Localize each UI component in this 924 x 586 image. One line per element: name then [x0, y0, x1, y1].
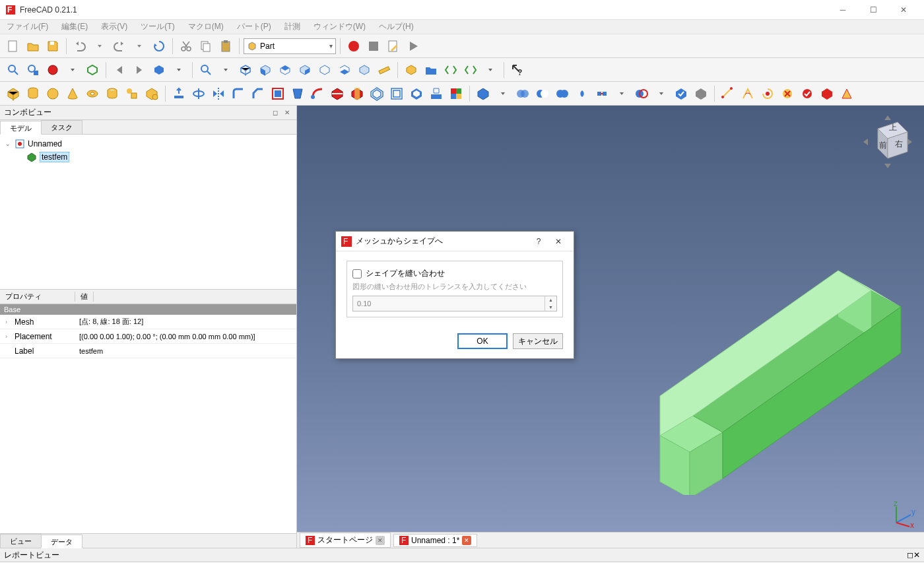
cut-bool-icon[interactable] — [533, 84, 552, 103]
measure-linear-icon[interactable] — [719, 84, 737, 103]
extrude-icon[interactable] — [170, 84, 188, 103]
defeaturing-icon[interactable] — [692, 84, 710, 103]
fuse-icon[interactable] — [553, 84, 572, 103]
redo-dropdown-icon[interactable] — [130, 37, 148, 55]
dialog-help-icon[interactable]: ? — [529, 232, 548, 251]
part-create-icon[interactable] — [402, 61, 420, 79]
cube-icon[interactable] — [4, 84, 22, 103]
projection-icon[interactable] — [427, 84, 446, 103]
minimize-button[interactable]: ─ — [828, 0, 858, 20]
thickness-icon[interactable] — [407, 84, 426, 103]
bounding-box-icon[interactable] — [83, 61, 102, 79]
panel-close-icon[interactable]: ✕ — [913, 550, 920, 560]
menu-measure[interactable]: 計測 — [280, 20, 304, 34]
close-tab-icon[interactable]: ✕ — [376, 536, 385, 545]
prop-row-label[interactable]: ›Label testfem — [0, 344, 296, 358]
paste-icon[interactable] — [216, 37, 235, 55]
menu-window[interactable]: ウィンドウ(W) — [310, 20, 370, 34]
link-actions-dropdown-icon[interactable] — [481, 61, 500, 79]
draw-style-dropdown-icon[interactable] — [63, 61, 82, 79]
menu-view[interactable]: 表示(V) — [97, 20, 131, 34]
join-icon[interactable] — [593, 84, 611, 103]
measure-angular-icon[interactable] — [739, 84, 757, 103]
menu-macro[interactable]: マクロ(M) — [184, 20, 228, 34]
view-iso-icon[interactable] — [236, 61, 255, 79]
report-view-body[interactable] — [0, 562, 924, 586]
menu-help[interactable]: ヘルプ(H) — [375, 20, 418, 34]
fit-selection-icon[interactable] — [24, 61, 42, 79]
tab-view[interactable]: ビュー — [0, 534, 42, 548]
undo-icon[interactable] — [71, 37, 89, 55]
menu-file[interactable]: ファイル(F) — [3, 20, 52, 34]
view-left-icon[interactable] — [355, 61, 374, 79]
join-dropdown-icon[interactable] — [612, 84, 631, 103]
view-bottom-icon[interactable] — [335, 61, 354, 79]
revolve-icon[interactable] — [189, 84, 208, 103]
tab-task[interactable]: タスク — [41, 120, 82, 134]
offset3d-icon[interactable] — [368, 84, 386, 103]
ruled-surface-icon[interactable] — [269, 84, 287, 103]
chevron-right-icon[interactable]: › — [5, 333, 12, 340]
draw-style-icon[interactable] — [44, 61, 62, 79]
spin-down-icon[interactable]: ▼ — [545, 304, 556, 311]
close-tab-icon[interactable]: ✕ — [462, 536, 471, 545]
dialog-titlebar[interactable]: F メッシュからシェイプへ ? ✕ — [336, 232, 574, 251]
refresh-icon[interactable] — [150, 37, 168, 55]
tree-item-testfem[interactable]: testfem — [3, 150, 294, 164]
measure-icon[interactable] — [375, 61, 393, 79]
close-button[interactable]: ✕ — [888, 0, 919, 20]
fit-all-icon[interactable] — [4, 61, 22, 79]
open-icon[interactable] — [24, 37, 42, 55]
tab-data[interactable]: データ — [41, 535, 82, 548]
maximize-button[interactable]: ☐ — [858, 0, 888, 20]
measure-delta-icon[interactable] — [838, 84, 856, 103]
undo-dropdown-icon[interactable] — [90, 37, 109, 55]
macro-edit-icon[interactable] — [384, 37, 403, 55]
doc-tab-unnamed[interactable]: F Unnamed : 1* ✕ — [393, 534, 477, 547]
save-icon[interactable] — [44, 37, 62, 55]
menu-part[interactable]: パート(P) — [233, 20, 275, 34]
copy-icon[interactable] — [197, 37, 215, 55]
tube-icon[interactable] — [103, 84, 121, 103]
boolean-icon[interactable] — [513, 84, 532, 103]
workbench-selector[interactable]: Part — [244, 38, 336, 54]
link-dropdown-icon[interactable] — [170, 61, 188, 79]
panel-close-icon[interactable]: ✕ — [282, 108, 292, 118]
dialog-close-icon[interactable]: ✕ — [548, 232, 568, 251]
cut-icon[interactable] — [177, 37, 195, 55]
model-tree[interactable]: ⌄ Unnamed testfem — [0, 135, 296, 290]
link-actions-icon[interactable] — [461, 61, 480, 79]
view-rear-icon[interactable] — [315, 61, 334, 79]
nav-forward-icon[interactable] — [130, 61, 148, 79]
view-top-icon[interactable] — [276, 61, 294, 79]
iso-view-icon[interactable] — [197, 61, 215, 79]
measure-toggle3d-icon[interactable] — [818, 84, 836, 103]
tolerance-input[interactable]: ▲ ▼ — [352, 296, 557, 311]
link-icon[interactable] — [150, 61, 168, 79]
group-icon[interactable] — [422, 61, 440, 79]
chevron-right-icon[interactable]: › — [5, 319, 12, 325]
measure-refresh-icon[interactable] — [758, 84, 777, 103]
cylinder-icon[interactable] — [24, 84, 42, 103]
macro-record-icon[interactable] — [345, 37, 363, 55]
compound-dropdown-icon[interactable] — [494, 84, 512, 103]
navigation-cube[interactable]: 上 前 右 — [858, 112, 917, 172]
chamfer-icon[interactable] — [249, 84, 267, 103]
view-right-icon[interactable] — [296, 61, 314, 79]
cone-icon[interactable] — [63, 84, 82, 103]
tolerance-field[interactable] — [353, 296, 544, 311]
tab-model[interactable]: モデル — [0, 121, 42, 135]
whatsthis-icon[interactable]: ? — [508, 61, 527, 79]
panel-float-icon[interactable]: ◻ — [270, 108, 280, 118]
prop-row-placement[interactable]: ›Placement [(0.00 0.00 1.00); 0.00 °; (0… — [0, 329, 296, 344]
loft-icon[interactable] — [288, 84, 307, 103]
measure-clear-icon[interactable] — [778, 84, 797, 103]
panel-float-icon[interactable]: ◻ — [907, 550, 913, 560]
section-icon[interactable] — [328, 84, 346, 103]
split-icon[interactable] — [632, 84, 651, 103]
prop-row-mesh[interactable]: ›Mesh [点: 8, 線: 18 面: 12] — [0, 315, 296, 329]
spin-up-icon[interactable]: ▲ — [545, 296, 556, 304]
check-geom-icon[interactable] — [672, 84, 690, 103]
shapebuilder-icon[interactable] — [143, 84, 161, 103]
iso-dropdown-icon[interactable] — [216, 61, 235, 79]
